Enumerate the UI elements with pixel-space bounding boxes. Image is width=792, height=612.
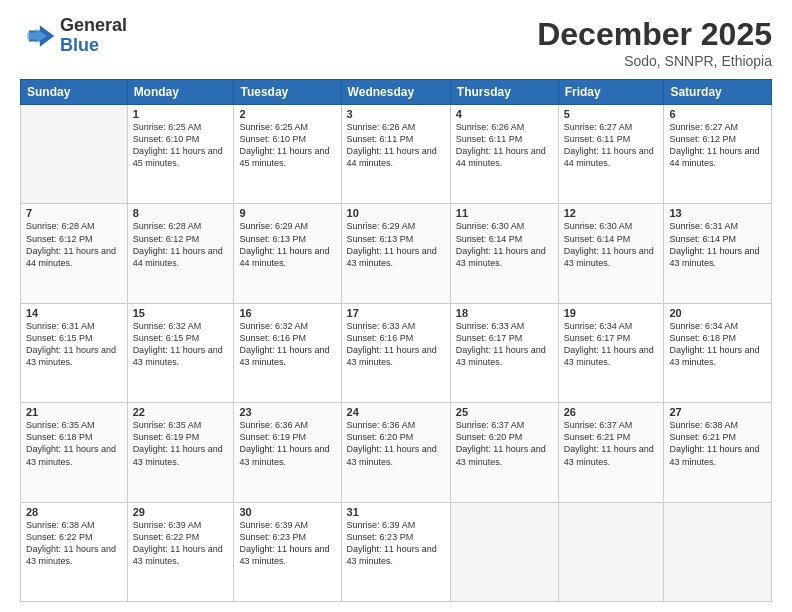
calendar-cell: 7Sunrise: 6:28 AMSunset: 6:12 PMDaylight… xyxy=(21,204,128,303)
calendar-cell: 30Sunrise: 6:39 AMSunset: 6:23 PMDayligh… xyxy=(234,502,341,601)
day-info: Sunrise: 6:39 AMSunset: 6:23 PMDaylight:… xyxy=(347,519,445,568)
day-info: Sunrise: 6:38 AMSunset: 6:21 PMDaylight:… xyxy=(669,419,766,468)
day-info: Sunrise: 6:26 AMSunset: 6:11 PMDaylight:… xyxy=(347,121,445,170)
calendar-cell xyxy=(450,502,558,601)
day-info: Sunrise: 6:37 AMSunset: 6:21 PMDaylight:… xyxy=(564,419,659,468)
calendar-cell: 2Sunrise: 6:25 AMSunset: 6:10 PMDaylight… xyxy=(234,105,341,204)
calendar-cell: 29Sunrise: 6:39 AMSunset: 6:22 PMDayligh… xyxy=(127,502,234,601)
calendar-week-3: 14Sunrise: 6:31 AMSunset: 6:15 PMDayligh… xyxy=(21,303,772,402)
day-number: 16 xyxy=(239,307,335,319)
col-tuesday: Tuesday xyxy=(234,80,341,105)
day-info: Sunrise: 6:35 AMSunset: 6:18 PMDaylight:… xyxy=(26,419,122,468)
calendar-week-2: 7Sunrise: 6:28 AMSunset: 6:12 PMDaylight… xyxy=(21,204,772,303)
day-number: 20 xyxy=(669,307,766,319)
calendar-cell: 11Sunrise: 6:30 AMSunset: 6:14 PMDayligh… xyxy=(450,204,558,303)
day-info: Sunrise: 6:37 AMSunset: 6:20 PMDaylight:… xyxy=(456,419,553,468)
calendar-week-1: 1Sunrise: 6:25 AMSunset: 6:10 PMDaylight… xyxy=(21,105,772,204)
day-number: 26 xyxy=(564,406,659,418)
calendar-cell: 26Sunrise: 6:37 AMSunset: 6:21 PMDayligh… xyxy=(558,403,664,502)
day-info: Sunrise: 6:32 AMSunset: 6:15 PMDaylight:… xyxy=(133,320,229,369)
calendar-cell: 12Sunrise: 6:30 AMSunset: 6:14 PMDayligh… xyxy=(558,204,664,303)
day-number: 29 xyxy=(133,506,229,518)
calendar-cell: 28Sunrise: 6:38 AMSunset: 6:22 PMDayligh… xyxy=(21,502,128,601)
subtitle: Sodo, SNNPR, Ethiopia xyxy=(537,53,772,69)
day-number: 18 xyxy=(456,307,553,319)
day-info: Sunrise: 6:29 AMSunset: 6:13 PMDaylight:… xyxy=(239,220,335,269)
calendar-cell: 10Sunrise: 6:29 AMSunset: 6:13 PMDayligh… xyxy=(341,204,450,303)
calendar: Sunday Monday Tuesday Wednesday Thursday… xyxy=(20,79,772,602)
calendar-cell: 18Sunrise: 6:33 AMSunset: 6:17 PMDayligh… xyxy=(450,303,558,402)
day-number: 15 xyxy=(133,307,229,319)
col-saturday: Saturday xyxy=(664,80,772,105)
calendar-cell: 8Sunrise: 6:28 AMSunset: 6:12 PMDaylight… xyxy=(127,204,234,303)
day-number: 7 xyxy=(26,207,122,219)
day-number: 22 xyxy=(133,406,229,418)
calendar-week-5: 28Sunrise: 6:38 AMSunset: 6:22 PMDayligh… xyxy=(21,502,772,601)
calendar-cell: 24Sunrise: 6:36 AMSunset: 6:20 PMDayligh… xyxy=(341,403,450,502)
day-number: 2 xyxy=(239,108,335,120)
calendar-cell: 19Sunrise: 6:34 AMSunset: 6:17 PMDayligh… xyxy=(558,303,664,402)
calendar-week-4: 21Sunrise: 6:35 AMSunset: 6:18 PMDayligh… xyxy=(21,403,772,502)
calendar-cell: 20Sunrise: 6:34 AMSunset: 6:18 PMDayligh… xyxy=(664,303,772,402)
logo-text: General Blue xyxy=(60,16,127,56)
day-number: 6 xyxy=(669,108,766,120)
day-info: Sunrise: 6:38 AMSunset: 6:22 PMDaylight:… xyxy=(26,519,122,568)
calendar-cell xyxy=(21,105,128,204)
day-info: Sunrise: 6:28 AMSunset: 6:12 PMDaylight:… xyxy=(133,220,229,269)
logo: General Blue xyxy=(20,16,127,56)
calendar-cell: 22Sunrise: 6:35 AMSunset: 6:19 PMDayligh… xyxy=(127,403,234,502)
day-info: Sunrise: 6:28 AMSunset: 6:12 PMDaylight:… xyxy=(26,220,122,269)
header: General Blue December 2025 Sodo, SNNPR, … xyxy=(20,16,772,69)
col-monday: Monday xyxy=(127,80,234,105)
calendar-cell: 16Sunrise: 6:32 AMSunset: 6:16 PMDayligh… xyxy=(234,303,341,402)
day-info: Sunrise: 6:35 AMSunset: 6:19 PMDaylight:… xyxy=(133,419,229,468)
day-number: 21 xyxy=(26,406,122,418)
day-number: 9 xyxy=(239,207,335,219)
day-info: Sunrise: 6:31 AMSunset: 6:14 PMDaylight:… xyxy=(669,220,766,269)
title-block: December 2025 Sodo, SNNPR, Ethiopia xyxy=(537,16,772,69)
day-info: Sunrise: 6:29 AMSunset: 6:13 PMDaylight:… xyxy=(347,220,445,269)
logo-blue: Blue xyxy=(60,36,127,56)
day-number: 28 xyxy=(26,506,122,518)
col-friday: Friday xyxy=(558,80,664,105)
calendar-cell xyxy=(664,502,772,601)
day-info: Sunrise: 6:34 AMSunset: 6:17 PMDaylight:… xyxy=(564,320,659,369)
day-info: Sunrise: 6:25 AMSunset: 6:10 PMDaylight:… xyxy=(239,121,335,170)
day-info: Sunrise: 6:31 AMSunset: 6:15 PMDaylight:… xyxy=(26,320,122,369)
calendar-cell: 15Sunrise: 6:32 AMSunset: 6:15 PMDayligh… xyxy=(127,303,234,402)
day-info: Sunrise: 6:27 AMSunset: 6:12 PMDaylight:… xyxy=(669,121,766,170)
calendar-cell xyxy=(558,502,664,601)
col-wednesday: Wednesday xyxy=(341,80,450,105)
day-number: 31 xyxy=(347,506,445,518)
col-sunday: Sunday xyxy=(21,80,128,105)
calendar-cell: 27Sunrise: 6:38 AMSunset: 6:21 PMDayligh… xyxy=(664,403,772,502)
day-number: 10 xyxy=(347,207,445,219)
day-number: 3 xyxy=(347,108,445,120)
day-info: Sunrise: 6:27 AMSunset: 6:11 PMDaylight:… xyxy=(564,121,659,170)
calendar-cell: 23Sunrise: 6:36 AMSunset: 6:19 PMDayligh… xyxy=(234,403,341,502)
calendar-cell: 21Sunrise: 6:35 AMSunset: 6:18 PMDayligh… xyxy=(21,403,128,502)
calendar-cell: 31Sunrise: 6:39 AMSunset: 6:23 PMDayligh… xyxy=(341,502,450,601)
calendar-cell: 3Sunrise: 6:26 AMSunset: 6:11 PMDaylight… xyxy=(341,105,450,204)
day-info: Sunrise: 6:33 AMSunset: 6:17 PMDaylight:… xyxy=(456,320,553,369)
calendar-cell: 17Sunrise: 6:33 AMSunset: 6:16 PMDayligh… xyxy=(341,303,450,402)
calendar-cell: 4Sunrise: 6:26 AMSunset: 6:11 PMDaylight… xyxy=(450,105,558,204)
day-number: 17 xyxy=(347,307,445,319)
day-info: Sunrise: 6:33 AMSunset: 6:16 PMDaylight:… xyxy=(347,320,445,369)
calendar-cell: 9Sunrise: 6:29 AMSunset: 6:13 PMDaylight… xyxy=(234,204,341,303)
day-number: 19 xyxy=(564,307,659,319)
calendar-cell: 25Sunrise: 6:37 AMSunset: 6:20 PMDayligh… xyxy=(450,403,558,502)
day-info: Sunrise: 6:36 AMSunset: 6:19 PMDaylight:… xyxy=(239,419,335,468)
calendar-cell: 13Sunrise: 6:31 AMSunset: 6:14 PMDayligh… xyxy=(664,204,772,303)
logo-general: General xyxy=(60,16,127,36)
calendar-cell: 5Sunrise: 6:27 AMSunset: 6:11 PMDaylight… xyxy=(558,105,664,204)
calendar-cell: 14Sunrise: 6:31 AMSunset: 6:15 PMDayligh… xyxy=(21,303,128,402)
day-number: 13 xyxy=(669,207,766,219)
day-number: 14 xyxy=(26,307,122,319)
day-info: Sunrise: 6:30 AMSunset: 6:14 PMDaylight:… xyxy=(456,220,553,269)
day-number: 25 xyxy=(456,406,553,418)
page: General Blue December 2025 Sodo, SNNPR, … xyxy=(0,0,792,612)
day-info: Sunrise: 6:25 AMSunset: 6:10 PMDaylight:… xyxy=(133,121,229,170)
calendar-cell: 6Sunrise: 6:27 AMSunset: 6:12 PMDaylight… xyxy=(664,105,772,204)
day-number: 8 xyxy=(133,207,229,219)
